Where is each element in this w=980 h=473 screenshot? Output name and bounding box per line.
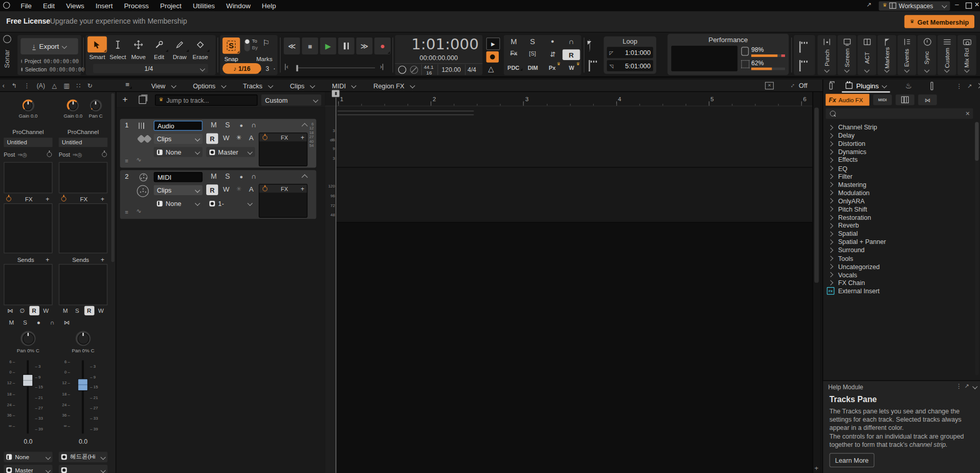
fx-power-icon[interactable]: [263, 186, 267, 191]
workspace-preset-dropdown[interactable]: Custom: [261, 94, 321, 106]
notes-icon[interactable]: [931, 82, 933, 90]
strip-read-automation-button[interactable]: R: [29, 306, 39, 315]
snap-value-pill[interactable]: ♪ 1/16: [223, 63, 262, 74]
prochannel-power-icon[interactable]: [47, 152, 52, 157]
strip-output-dropdown[interactable]: Master: [4, 465, 52, 473]
plugin-category-mastering[interactable]: Mastering: [827, 181, 971, 189]
input-echo-icon[interactable]: ∩: [566, 37, 576, 46]
strip-input-echo-button[interactable]: ∩: [48, 318, 56, 327]
strip-interleave-button[interactable]: ⋈: [63, 318, 71, 327]
menu-file[interactable]: File: [15, 0, 37, 11]
menu-help[interactable]: Help: [256, 0, 281, 11]
fx-power-icon[interactable]: [263, 135, 267, 140]
now-time-secondary[interactable]: 00:00:00.000: [395, 54, 483, 62]
strip-name-field[interactable]: Untitled: [59, 138, 108, 147]
time-ruler[interactable]: 123456: [325, 92, 812, 106]
xray-icon[interactable]: ✕: [765, 82, 774, 90]
track-automation-button[interactable]: A: [246, 185, 256, 193]
chevron-down-icon[interactable]: [904, 67, 909, 72]
tool-select-button[interactable]: Select: [108, 36, 128, 60]
fader-handle[interactable]: [23, 374, 33, 386]
browser-folder-icon[interactable]: [829, 82, 832, 89]
stop-button[interactable]: ■: [302, 37, 318, 54]
snap-button[interactable]: S: [223, 37, 240, 54]
chevron-right-icon[interactable]: [828, 198, 833, 203]
meter-value[interactable]: 4/4: [467, 66, 476, 73]
audio-fx-filter-button[interactable]: Fx Audio FX: [826, 94, 869, 106]
bit-depth[interactable]: 16: [426, 70, 432, 75]
loop-start-field[interactable]: ◸ 1:01:000: [607, 47, 653, 58]
chevron-right-icon[interactable]: [828, 166, 833, 171]
collapse-module-icon[interactable]: [972, 384, 977, 389]
pan-knob[interactable]: [90, 100, 102, 111]
global-dim-button[interactable]: DIM: [523, 65, 543, 71]
chevron-down-icon[interactable]: [824, 67, 829, 72]
pin-window-icon[interactable]: ↗: [866, 1, 871, 8]
fx-power-icon[interactable]: [6, 196, 11, 201]
plugin-category-vocals[interactable]: Vocals: [827, 271, 971, 279]
tv-menu-midi[interactable]: MIDI: [323, 80, 365, 91]
gain-knob[interactable]: [67, 100, 79, 111]
fader-handle[interactable]: [77, 379, 88, 391]
learn-more-button[interactable]: Learn More: [829, 453, 874, 467]
tv-menu-clips[interactable]: Clips: [281, 80, 323, 91]
plugin-category-modulation[interactable]: Modulation: [827, 189, 971, 197]
plugin-category-delay[interactable]: Delay: [827, 131, 971, 140]
plugin-category-distortion[interactable]: Distortion: [827, 140, 971, 148]
chevron-right-icon[interactable]: [828, 248, 833, 253]
duplicate-track-icon[interactable]: [139, 96, 146, 104]
strip-solo-button[interactable]: S: [21, 318, 29, 327]
fx-add-icon[interactable]: +: [46, 196, 49, 202]
module-custom[interactable]: Custom: [937, 35, 956, 75]
plugin-category-onlyara[interactable]: OnlyARA: [827, 197, 971, 205]
pause-button[interactable]: [338, 37, 355, 54]
float-panel-icon[interactable]: ↗: [967, 83, 972, 89]
workspaces-dropdown[interactable]: ♛ Workspaces: [879, 1, 950, 10]
track-name-field[interactable]: Audio: [154, 121, 203, 130]
track-read-button[interactable]: R: [206, 133, 218, 144]
volume-fader[interactable]: 6 –0 –12 –18 –24 –36 –∞ –– 3– 9– 15– 21–…: [57, 358, 109, 436]
track-output-dropdown[interactable]: Master: [206, 147, 255, 157]
chevron-right-icon[interactable]: [828, 174, 833, 179]
marks-flag-icon[interactable]: ⚐: [263, 38, 270, 47]
solo-dim-icon[interactable]: ⇆: [548, 49, 557, 59]
strip-read-automation-button[interactable]: R: [84, 306, 94, 315]
prochannel-power-icon[interactable]: [102, 152, 107, 157]
plugin-category-filter[interactable]: Filter: [827, 173, 971, 181]
loop-end-field[interactable]: ◹ 5:01:000: [607, 60, 653, 71]
global-arm-button[interactable]: ●: [547, 38, 557, 44]
sync-source-icon[interactable]: [398, 66, 406, 74]
strip-write-automation-button[interactable]: W: [41, 306, 51, 315]
strip-output-dropdown[interactable]: 헤드폰(Hi: [59, 451, 108, 462]
chevron-right-icon[interactable]: [828, 223, 833, 228]
track-mute-button[interactable]: M: [209, 121, 219, 129]
module-sync[interactable]: Sync: [917, 35, 936, 75]
strip-interleave-button[interactable]: ⋈: [5, 306, 15, 315]
snap-to-by-toggle[interactable]: [244, 39, 250, 51]
meter-icon[interactable]: ▥: [64, 82, 70, 89]
chevron-right-icon[interactable]: [828, 158, 833, 163]
strip-solo-button[interactable]: S: [72, 306, 82, 315]
chevron-right-icon[interactable]: [828, 125, 833, 130]
menu-project[interactable]: Project: [154, 0, 187, 11]
strip-fx-box[interactable]: [59, 203, 108, 253]
tv-menu-tracks[interactable]: Tracks: [234, 80, 282, 91]
module-screen[interactable]: Screen: [837, 35, 856, 75]
playhead-handle[interactable]: [331, 89, 340, 98]
module-punch[interactable]: Punch: [817, 35, 836, 75]
menu-process[interactable]: Process: [119, 0, 154, 11]
draw-resolution-dropdown[interactable]: 1/4: [93, 64, 208, 73]
chevron-right-icon[interactable]: [828, 141, 833, 146]
clips-mode-dropdown[interactable]: Clips: [154, 134, 203, 144]
tab-plugins[interactable]: Plugins: [842, 80, 890, 93]
chevron-down-icon[interactable]: [964, 67, 969, 72]
metronome-disabled-icon[interactable]: [410, 66, 418, 74]
pan-knob[interactable]: [75, 331, 90, 346]
track-write-button[interactable]: W: [221, 185, 231, 193]
collapse-panel-icon[interactable]: [976, 83, 980, 88]
tv-menu-view[interactable]: View: [143, 80, 184, 91]
kebab-icon[interactable]: ⋮: [24, 82, 30, 89]
jump-to-track-search[interactable]: ♛ Jump to track...: [155, 94, 258, 106]
chevron-right-icon[interactable]: [828, 272, 833, 277]
plugin-category-reverb[interactable]: Reverb: [827, 221, 971, 230]
